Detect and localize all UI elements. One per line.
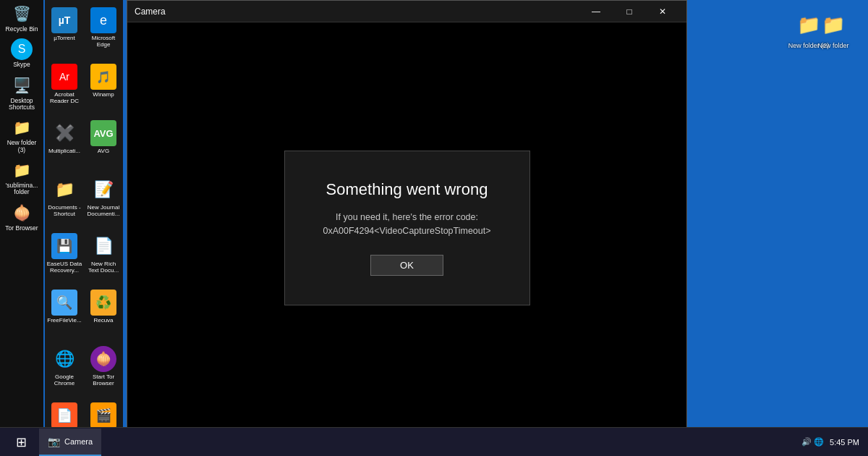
camera-content: Something went wrong If you need it, her… bbox=[127, 22, 686, 434]
taskbar-right-area: 🔊 🌐 5:45 PM bbox=[801, 437, 865, 447]
skype-icon[interactable]: S Skype bbox=[2, 35, 42, 71]
freefileview-icon[interactable]: 🔍 FreeFileVie... bbox=[45, 285, 84, 342]
system-tray: 🔊 🌐 bbox=[801, 437, 824, 447]
maximize-button[interactable]: □ bbox=[613, 1, 646, 22]
titlebar-buttons: — □ ✕ bbox=[579, 1, 679, 22]
close-button[interactable]: ✕ bbox=[646, 1, 679, 22]
google-chrome-icon[interactable]: 🌐 Google Chrome bbox=[45, 342, 84, 398]
tor-browser-icon[interactable]: 🧅 Tor Browser bbox=[2, 199, 42, 235]
right-icon-area: 📁 New folder (2) 📁 New folder bbox=[774, 0, 868, 449]
left-icon-panel: 🗑️ Recycle Bin S Skype 🖥️ Desktop Shortc… bbox=[0, 0, 43, 449]
desktop: 🗑️ Recycle Bin S Skype 🖥️ Desktop Shortc… bbox=[0, 0, 868, 456]
error-message: If you need it, here's the error code: 0… bbox=[321, 211, 493, 238]
ok-button[interactable]: OK bbox=[370, 255, 443, 276]
start-button[interactable]: ⊞ bbox=[3, 428, 39, 456]
taskbar-camera-item[interactable]: 📷 Camera bbox=[39, 428, 101, 456]
new-rich-text-doc-icon[interactable]: 📄 New Rich Text Docu... bbox=[84, 229, 123, 285]
camera-titlebar: Camera — □ ✕ bbox=[127, 1, 686, 22]
clock: 5:45 PM bbox=[830, 438, 859, 447]
new-folder-3-icon[interactable]: 📁 New folder (3) bbox=[2, 114, 42, 156]
new-folder-right-icon[interactable]: 📁 New folder bbox=[804, 6, 862, 54]
grid-icon-panel: µT µTorrent e Microsoft Edge Ar Acrobat … bbox=[45, 0, 123, 449]
easeus-data-recovery-icon[interactable]: 💾 EaseUS Data Recovery... bbox=[45, 229, 84, 285]
minimize-button[interactable]: — bbox=[579, 1, 613, 22]
recuva-icon[interactable]: ♻️ Recuva bbox=[84, 285, 123, 342]
camera-title: Camera bbox=[135, 7, 579, 17]
start-tor-browser-icon[interactable]: 🧅 Start Tor Browser bbox=[84, 342, 123, 398]
error-title: Something went wrong bbox=[321, 180, 493, 199]
utorrent-icon[interactable]: µT µTorrent bbox=[45, 3, 84, 59]
subliminal-folder-icon[interactable]: 📁 'sublimina... folder bbox=[2, 156, 42, 199]
microsoft-edge-icon[interactable]: e Microsoft Edge bbox=[84, 3, 123, 59]
documents-shortcut-icon[interactable]: 📁 Documents - Shortcut bbox=[45, 172, 84, 229]
taskbar: ⊞ 📷 Camera 🔊 🌐 5:45 PM bbox=[0, 427, 868, 456]
avg-icon[interactable]: AVG AVG bbox=[84, 116, 123, 172]
new-journal-doc-icon[interactable]: 📝 New Journal Documenti... bbox=[84, 172, 123, 229]
error-dialog: Something went wrong If you need it, her… bbox=[284, 151, 530, 306]
winamp-icon[interactable]: 🎵 Winamp bbox=[84, 59, 123, 116]
desktop-shortcuts-icon[interactable]: 🖥️ Desktop Shortcuts bbox=[2, 72, 42, 114]
recycle-bin-icon[interactable]: 🗑️ Recycle Bin bbox=[2, 0, 42, 35]
camera-window: Camera — □ ✕ Something went wrong If you… bbox=[127, 0, 687, 434]
acrobat-reader-icon[interactable]: Ar Acrobat Reader DC bbox=[45, 59, 84, 116]
multiplication-icon[interactable]: ✖️ Multiplicati... bbox=[45, 116, 84, 172]
